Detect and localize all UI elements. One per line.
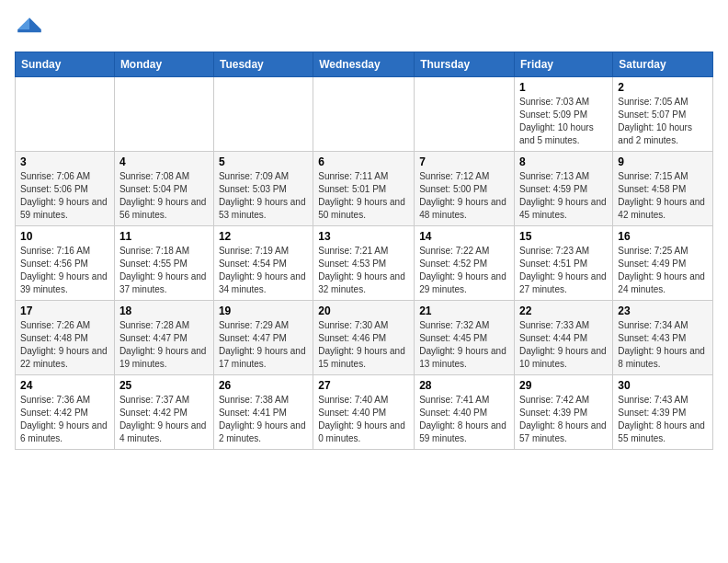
calendar-cell: 21Sunrise: 7:32 AM Sunset: 4:45 PM Dayli… <box>415 301 515 375</box>
calendar-cell: 14Sunrise: 7:22 AM Sunset: 4:52 PM Dayli… <box>415 226 515 301</box>
calendar-cell: 29Sunrise: 7:42 AM Sunset: 4:39 PM Dayli… <box>515 375 613 450</box>
day-number: 4 <box>119 155 209 168</box>
day-number: 5 <box>219 155 308 168</box>
day-number: 28 <box>419 379 509 392</box>
calendar-week-3: 10Sunrise: 7:16 AM Sunset: 4:56 PM Dayli… <box>16 226 713 301</box>
calendar-cell <box>114 77 213 152</box>
day-info: Sunrise: 7:08 AM Sunset: 5:04 PM Dayligh… <box>119 170 209 222</box>
svg-marker-0 <box>29 17 41 29</box>
day-info: Sunrise: 7:37 AM Sunset: 4:42 PM Dayligh… <box>119 394 209 445</box>
day-info: Sunrise: 7:30 AM Sunset: 4:46 PM Dayligh… <box>318 319 409 371</box>
day-info: Sunrise: 7:43 AM Sunset: 4:39 PM Dayligh… <box>618 394 708 445</box>
calendar-cell <box>213 77 313 152</box>
day-number: 16 <box>618 230 708 243</box>
day-info: Sunrise: 7:25 AM Sunset: 4:49 PM Dayligh… <box>618 245 708 296</box>
calendar-cell: 24Sunrise: 7:36 AM Sunset: 4:42 PM Dayli… <box>16 375 115 450</box>
day-info: Sunrise: 7:16 AM Sunset: 4:56 PM Dayligh… <box>20 245 109 296</box>
calendar-cell: 25Sunrise: 7:37 AM Sunset: 4:42 PM Dayli… <box>114 375 213 450</box>
calendar-week-5: 24Sunrise: 7:36 AM Sunset: 4:42 PM Dayli… <box>16 375 713 450</box>
calendar-cell: 9Sunrise: 7:15 AM Sunset: 4:58 PM Daylig… <box>613 152 713 226</box>
calendar-cell: 16Sunrise: 7:25 AM Sunset: 4:49 PM Dayli… <box>613 226 713 301</box>
logo <box>15 15 48 44</box>
day-number: 6 <box>318 155 409 168</box>
calendar-cell: 23Sunrise: 7:34 AM Sunset: 4:43 PM Dayli… <box>613 301 713 375</box>
calendar-cell <box>16 77 115 152</box>
calendar-cell: 12Sunrise: 7:19 AM Sunset: 4:54 PM Dayli… <box>213 226 313 301</box>
day-info: Sunrise: 7:06 AM Sunset: 5:06 PM Dayligh… <box>20 170 109 222</box>
day-info: Sunrise: 7:19 AM Sunset: 4:54 PM Dayligh… <box>219 245 308 296</box>
day-number: 23 <box>618 304 708 317</box>
day-number: 20 <box>318 304 409 317</box>
calendar-cell: 5Sunrise: 7:09 AM Sunset: 5:03 PM Daylig… <box>213 152 313 226</box>
day-number: 17 <box>20 304 109 317</box>
day-number: 9 <box>618 155 708 168</box>
calendar-week-2: 3Sunrise: 7:06 AM Sunset: 5:06 PM Daylig… <box>16 152 713 226</box>
calendar-cell: 19Sunrise: 7:29 AM Sunset: 4:47 PM Dayli… <box>213 301 313 375</box>
calendar-cell: 20Sunrise: 7:30 AM Sunset: 4:46 PM Dayli… <box>313 301 415 375</box>
calendar-cell: 15Sunrise: 7:23 AM Sunset: 4:51 PM Dayli… <box>515 226 613 301</box>
day-info: Sunrise: 7:32 AM Sunset: 4:45 PM Dayligh… <box>419 319 509 371</box>
day-info: Sunrise: 7:38 AM Sunset: 4:41 PM Dayligh… <box>219 394 308 445</box>
day-info: Sunrise: 7:34 AM Sunset: 4:43 PM Dayligh… <box>618 319 708 371</box>
day-number: 8 <box>519 155 608 168</box>
day-number: 2 <box>618 81 708 94</box>
day-number: 15 <box>519 230 608 243</box>
day-number: 27 <box>318 379 409 392</box>
calendar-cell: 27Sunrise: 7:40 AM Sunset: 4:40 PM Dayli… <box>313 375 415 450</box>
header-day-sunday: Sunday <box>16 52 115 77</box>
calendar-cell: 13Sunrise: 7:21 AM Sunset: 4:53 PM Dayli… <box>313 226 415 301</box>
day-number: 11 <box>119 230 209 243</box>
header-day-monday: Monday <box>114 52 213 77</box>
day-number: 7 <box>419 155 509 168</box>
calendar-cell <box>415 77 515 152</box>
day-info: Sunrise: 7:12 AM Sunset: 5:00 PM Dayligh… <box>419 170 509 222</box>
day-number: 12 <box>219 230 308 243</box>
day-number: 10 <box>20 230 109 243</box>
day-info: Sunrise: 7:22 AM Sunset: 4:52 PM Dayligh… <box>419 245 509 296</box>
day-info: Sunrise: 7:28 AM Sunset: 4:47 PM Dayligh… <box>119 319 209 371</box>
calendar-cell: 6Sunrise: 7:11 AM Sunset: 5:01 PM Daylig… <box>313 152 415 226</box>
day-info: Sunrise: 7:18 AM Sunset: 4:55 PM Dayligh… <box>119 245 209 296</box>
calendar-cell: 30Sunrise: 7:43 AM Sunset: 4:39 PM Dayli… <box>613 375 713 450</box>
day-number: 3 <box>20 155 109 168</box>
day-info: Sunrise: 7:42 AM Sunset: 4:39 PM Dayligh… <box>519 394 608 445</box>
day-info: Sunrise: 7:26 AM Sunset: 4:48 PM Dayligh… <box>20 319 109 371</box>
day-info: Sunrise: 7:15 AM Sunset: 4:58 PM Dayligh… <box>618 170 708 222</box>
day-info: Sunrise: 7:21 AM Sunset: 4:53 PM Dayligh… <box>318 245 409 296</box>
day-number: 24 <box>20 379 109 392</box>
day-info: Sunrise: 7:23 AM Sunset: 4:51 PM Dayligh… <box>519 245 608 296</box>
day-number: 22 <box>519 304 608 317</box>
calendar-cell: 2Sunrise: 7:05 AM Sunset: 5:07 PM Daylig… <box>613 77 713 152</box>
day-info: Sunrise: 7:13 AM Sunset: 4:59 PM Dayligh… <box>519 170 608 222</box>
svg-marker-1 <box>17 17 29 29</box>
calendar-cell: 10Sunrise: 7:16 AM Sunset: 4:56 PM Dayli… <box>16 226 115 301</box>
calendar-header-row: SundayMondayTuesdayWednesdayThursdayFrid… <box>16 52 713 77</box>
calendar-cell: 1Sunrise: 7:03 AM Sunset: 5:09 PM Daylig… <box>515 77 613 152</box>
calendar-cell: 7Sunrise: 7:12 AM Sunset: 5:00 PM Daylig… <box>415 152 515 226</box>
calendar-table: SundayMondayTuesdayWednesdayThursdayFrid… <box>15 52 713 450</box>
calendar-cell: 17Sunrise: 7:26 AM Sunset: 4:48 PM Dayli… <box>16 301 115 375</box>
day-info: Sunrise: 7:33 AM Sunset: 4:44 PM Dayligh… <box>519 319 608 371</box>
day-info: Sunrise: 7:41 AM Sunset: 4:40 PM Dayligh… <box>419 394 509 445</box>
header-day-wednesday: Wednesday <box>313 52 415 77</box>
calendar-cell: 8Sunrise: 7:13 AM Sunset: 4:59 PM Daylig… <box>515 152 613 226</box>
calendar-cell <box>313 77 415 152</box>
calendar-cell: 3Sunrise: 7:06 AM Sunset: 5:06 PM Daylig… <box>16 152 115 226</box>
calendar-week-4: 17Sunrise: 7:26 AM Sunset: 4:48 PM Dayli… <box>16 301 713 375</box>
calendar-cell: 26Sunrise: 7:38 AM Sunset: 4:41 PM Dayli… <box>213 375 313 450</box>
header-day-tuesday: Tuesday <box>213 52 313 77</box>
day-number: 26 <box>219 379 308 392</box>
calendar-cell: 22Sunrise: 7:33 AM Sunset: 4:44 PM Dayli… <box>515 301 613 375</box>
day-info: Sunrise: 7:03 AM Sunset: 5:09 PM Dayligh… <box>519 96 608 147</box>
day-number: 14 <box>419 230 509 243</box>
day-info: Sunrise: 7:36 AM Sunset: 4:42 PM Dayligh… <box>20 394 109 445</box>
day-number: 21 <box>419 304 509 317</box>
day-number: 13 <box>318 230 409 243</box>
day-number: 25 <box>119 379 209 392</box>
svg-rect-2 <box>17 29 41 32</box>
header-day-thursday: Thursday <box>415 52 515 77</box>
day-number: 30 <box>618 379 708 392</box>
day-info: Sunrise: 7:40 AM Sunset: 4:40 PM Dayligh… <box>318 394 409 445</box>
day-number: 18 <box>119 304 209 317</box>
calendar-cell: 28Sunrise: 7:41 AM Sunset: 4:40 PM Dayli… <box>415 375 515 450</box>
